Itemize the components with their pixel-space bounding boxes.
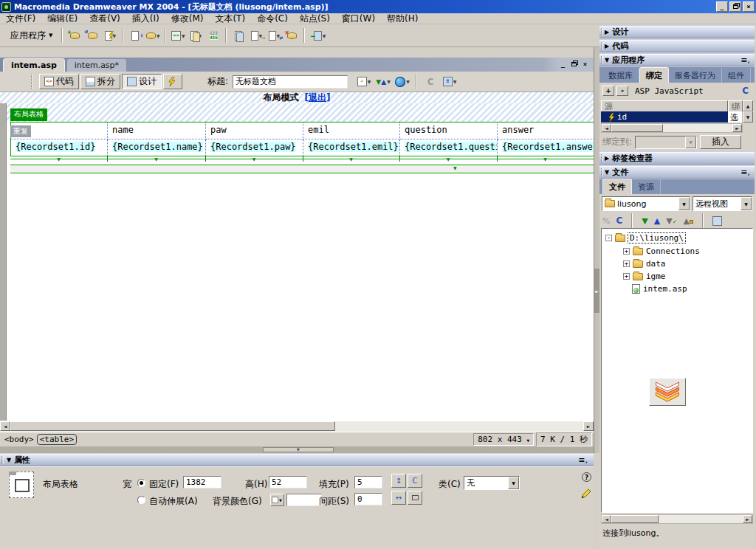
document-close-button[interactable]: × xyxy=(580,59,591,69)
scroll-right-icon[interactable]: ► xyxy=(732,124,742,132)
view-dropdown[interactable]: 远程视图 ▼ xyxy=(693,196,752,211)
scroll-left-icon[interactable]: ◄ xyxy=(602,124,611,132)
layout-table-tab[interactable]: 布局表格 xyxy=(10,108,47,121)
tree-item-intem-asp[interactable]: intem.asp xyxy=(632,284,687,294)
column-header-paw[interactable]: paw xyxy=(206,122,303,139)
tab-databases[interactable]: 数据库 xyxy=(602,68,639,83)
file-management-icon[interactable]: ▼▲▼ xyxy=(374,74,392,90)
remove-all-spacers-button[interactable] xyxy=(408,491,422,505)
tree-item-connections[interactable]: + Connections xyxy=(623,246,700,256)
help-icon[interactable]: ? xyxy=(582,472,591,482)
design-canvas[interactable]: 布局表格 id name paw emil question answer {R… xyxy=(0,103,594,421)
get-files-icon[interactable]: ▼ xyxy=(642,216,647,226)
scrollbar-thumb[interactable] xyxy=(611,124,663,132)
repeat-region-tab[interactable]: 重复 xyxy=(10,125,31,137)
column-header-answer[interactable]: answer xyxy=(498,122,594,139)
menu-view[interactable]: 查看(V) xyxy=(83,13,126,24)
tree-item-igme[interactable]: + igme xyxy=(623,272,666,281)
make-widths-consistent-button[interactable]: C xyxy=(408,474,422,488)
panel-menu-icon[interactable]: ≡, xyxy=(578,455,588,465)
column-width-menu[interactable] xyxy=(497,159,594,165)
live-data-button[interactable] xyxy=(163,74,182,89)
scroll-left-icon[interactable]: ◄ xyxy=(0,421,10,431)
scroll-up-icon[interactable]: ▲ xyxy=(743,100,753,111)
put-files-icon[interactable]: ▲ xyxy=(654,216,660,226)
view-options-icon[interactable]: ≡▼ xyxy=(441,74,458,90)
menu-help[interactable]: 帮助(H) xyxy=(381,13,424,24)
tag-selector-table[interactable]: <table> xyxy=(37,434,77,445)
scroll-down-icon[interactable]: ▼ xyxy=(743,111,753,122)
application-panel-header[interactable]: ▼ 应用程序 ≡, xyxy=(599,54,755,66)
design-panel-header[interactable]: ▶ 设计 xyxy=(599,26,755,38)
document-hscrollbar[interactable]: ◄ ► xyxy=(0,421,594,432)
tab-components[interactable]: 组件 xyxy=(722,68,751,83)
delete-record-icon[interactable]: ✕ xyxy=(283,27,300,44)
dock-splitter[interactable]: ► xyxy=(594,47,599,453)
panel-grip[interactable] xyxy=(601,56,603,64)
insert-category-dropdown[interactable]: 应用程序 ▼ xyxy=(0,28,58,44)
dock-collapse-arrow-icon[interactable]: ► xyxy=(594,269,599,313)
properties-panel-header[interactable]: ▼ 属性 ≡, xyxy=(0,454,594,466)
menu-edit[interactable]: 编辑(E) xyxy=(41,13,83,24)
check-in-icon[interactable]: ▲ xyxy=(683,216,693,226)
recordset-icon[interactable]: + xyxy=(66,27,83,44)
document-tab-intem[interactable]: intem.asp xyxy=(3,58,65,72)
menu-insert[interactable]: 插入(I) xyxy=(126,13,165,24)
bgcolor-picker-button[interactable]: ▼ xyxy=(270,494,284,506)
tree-item-data[interactable]: + data xyxy=(623,259,666,269)
dynamic-data-icon[interactable]: ▼ xyxy=(101,27,119,44)
menu-site[interactable]: 站点(S) xyxy=(294,13,336,24)
collapse-node-icon[interactable]: - xyxy=(605,235,612,241)
tag-selector-body[interactable]: <body> xyxy=(4,435,34,444)
quick-tag-edit-icon[interactable] xyxy=(580,489,591,502)
insert-binding-button[interactable]: 插入 xyxy=(700,135,741,149)
autostretch-radio[interactable] xyxy=(137,496,145,504)
column-header-question[interactable]: question xyxy=(400,122,498,139)
panel-menu-icon[interactable]: ≡, xyxy=(740,168,750,177)
file-tree[interactable]: - D:\liusong\ + Connections + data + xyxy=(601,228,753,513)
binding-item-id[interactable]: id xyxy=(601,111,728,122)
class-dropdown[interactable]: 无 ▼ xyxy=(464,476,520,490)
bgcolor-input[interactable] xyxy=(286,494,322,506)
scrollbar-thumb[interactable] xyxy=(611,515,659,523)
record-numbers-icon[interactable]: 123456 xyxy=(205,27,222,44)
column-width-menu[interactable] xyxy=(205,159,303,165)
files-hscrollbar[interactable]: ◄ ► xyxy=(601,514,753,524)
tab-server-behaviors[interactable]: 服务器行为 xyxy=(669,68,722,83)
padding-input[interactable] xyxy=(354,476,382,488)
scroll-right-icon[interactable]: ► xyxy=(743,515,752,523)
db-table-icon[interactable]: ▼ xyxy=(144,27,162,44)
update-record-icon[interactable]: ⇄▼ xyxy=(265,27,283,44)
tree-root-item[interactable]: - D:\liusong\ xyxy=(605,233,685,243)
panel-grip[interactable] xyxy=(601,28,603,36)
preview-browser-icon[interactable]: ▼ xyxy=(394,74,411,90)
design-view-button[interactable]: 设计 xyxy=(122,74,162,89)
clear-row-heights-button[interactable]: ↕ xyxy=(391,474,406,488)
window-size-selector[interactable]: 802 x 443 ▼ xyxy=(473,433,534,446)
toolbar-grip[interactable] xyxy=(31,75,33,89)
panel-grip[interactable] xyxy=(601,154,603,162)
document-tab-intem-modified[interactable]: intem.asp* xyxy=(66,58,127,72)
code-tags-icon[interactable]: «»▼ xyxy=(169,27,187,44)
panel-grip[interactable] xyxy=(601,168,603,176)
cell-recordset-name[interactable]: {Recordset1.name} xyxy=(108,139,206,156)
page-transfer-icon[interactable]: ↓ xyxy=(126,27,144,44)
document-minimize-button[interactable]: _ xyxy=(557,59,568,69)
remove-nesting-button[interactable]: ↔ xyxy=(391,491,406,505)
column-header-name[interactable]: name xyxy=(108,122,206,139)
cell-recordset-answer[interactable]: {Recordset1.answer} xyxy=(498,139,594,156)
document-title-input[interactable] xyxy=(233,75,348,89)
code-panel-header[interactable]: ▶ 代码 xyxy=(599,40,755,52)
spacing-input[interactable] xyxy=(354,493,382,505)
remove-binding-button[interactable]: - xyxy=(616,86,628,96)
insert-record-icon[interactable]: →▼ xyxy=(247,27,265,44)
height-input[interactable] xyxy=(269,476,307,488)
repeated-region-icon[interactable]: ▼ xyxy=(187,27,205,44)
files-panel-header[interactable]: ▼ 文件 ≡, xyxy=(599,166,755,179)
add-binding-button[interactable]: + xyxy=(602,86,614,96)
document-restore-button[interactable] xyxy=(568,59,580,69)
split-view-button[interactable]: 拆分 xyxy=(80,74,120,89)
expand-node-icon[interactable]: + xyxy=(623,273,630,280)
column-width-menu[interactable] xyxy=(107,159,205,165)
fixed-width-radio[interactable] xyxy=(137,479,145,487)
